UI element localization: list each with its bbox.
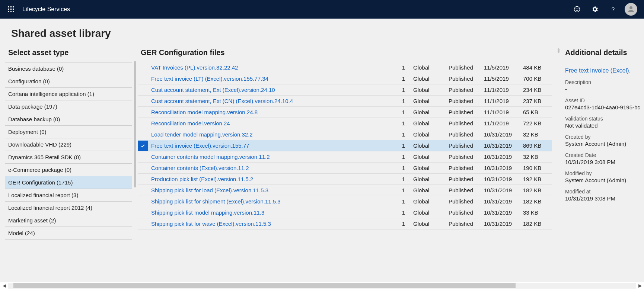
file-status: Published (446, 207, 481, 218)
row-select-cell[interactable] (138, 96, 148, 107)
file-link[interactable]: Free text invoice (Excel).version.155.77 (151, 142, 249, 149)
row-select-cell[interactable] (138, 107, 148, 118)
asset-type-item[interactable]: Marketing asset (2) (5, 214, 132, 227)
asset-type-item[interactable]: e-Commerce package (0) (5, 164, 132, 176)
file-link[interactable]: Load tender model mapping.version.32.2 (151, 131, 253, 138)
row-select-cell[interactable] (138, 140, 148, 151)
file-row[interactable]: Cust account statement, Ext (CN) (Excel)… (138, 96, 552, 107)
asset-type-item[interactable]: GER Configuration (1715) (5, 176, 132, 189)
file-row[interactable]: Container contents model mapping.version… (138, 151, 552, 163)
file-count: 1 (395, 218, 410, 229)
asset-type-item[interactable]: Localized financial report 2012 (4) (5, 202, 132, 214)
asset-type-list[interactable]: Business database (0)Configuration (0)Co… (5, 62, 132, 289)
asset-type-item[interactable]: Database backup (0) (5, 113, 132, 126)
file-row[interactable]: Shipping pick list for wave (Excel).vers… (138, 218, 552, 229)
user-avatar[interactable] (625, 3, 637, 16)
file-row[interactable]: Reconciliation model mapping.version.24.… (138, 107, 552, 118)
feedback-icon[interactable] (568, 6, 586, 13)
file-link[interactable]: Shipping pick list for shipment (Excel).… (151, 198, 281, 205)
row-select-cell[interactable] (138, 174, 148, 185)
row-select-cell[interactable] (138, 185, 148, 196)
asset-type-item[interactable]: Cortana intelligence application (1) (5, 88, 132, 100)
asset-type-item[interactable]: Data package (197) (5, 100, 132, 113)
file-link[interactable]: Shipping pick list for load (Excel).vers… (151, 187, 268, 193)
file-row[interactable]: Production pick list (Excel).version.11.… (138, 174, 552, 185)
details-created-date: Created Date 10/31/2019 3:08 PM (565, 152, 641, 165)
details-asset-name[interactable]: Free text invoice (Excel). (565, 67, 641, 74)
file-link[interactable]: Shipping pick list model mapping.version… (151, 209, 264, 216)
file-count: 1 (395, 151, 410, 163)
svg-rect-1 (10, 6, 12, 7)
file-row[interactable]: Free text invoice (LT) (Excel).version.1… (138, 73, 552, 84)
file-name-cell: Container contents model mapping.version… (148, 151, 395, 163)
svg-point-9 (574, 7, 580, 12)
row-select-cell[interactable] (138, 151, 148, 163)
scroll-thumb[interactable] (13, 283, 516, 288)
file-link[interactable]: VAT Invoices (PL).version.32.22.42 (151, 64, 238, 71)
asset-type-item[interactable]: Localized financial report (3) (5, 189, 132, 202)
asset-type-item[interactable]: Model (24) (5, 227, 132, 240)
asset-type-item[interactable]: Deployment (0) (5, 126, 132, 138)
row-select-cell[interactable] (138, 73, 148, 84)
asset-type-item[interactable]: Configuration (0) (5, 75, 132, 88)
row-select-cell[interactable] (138, 62, 148, 73)
file-date: 11/1/2019 (481, 96, 520, 107)
help-icon[interactable]: ? (604, 6, 622, 13)
asset-type-item[interactable]: Downloadable VHD (229) (5, 138, 132, 151)
file-row[interactable]: Shipping pick list for load (Excel).vers… (138, 185, 552, 196)
file-date: 11/1/2019 (481, 118, 520, 129)
file-link[interactable]: Container contents model mapping.version… (151, 154, 270, 160)
horizontal-scrollbar[interactable]: ◀ ▶ (0, 282, 644, 289)
file-link[interactable]: Free text invoice (LT) (Excel).version.1… (151, 76, 268, 82)
row-select-cell[interactable] (138, 207, 148, 218)
scroll-left-icon[interactable]: ◀ (0, 283, 8, 288)
file-row[interactable]: Shipping pick list model mapping.version… (138, 207, 552, 218)
panel-divider[interactable] (132, 46, 138, 289)
row-select-cell[interactable] (138, 84, 148, 96)
file-link[interactable]: Cust account statement, Ext (CN) (Excel)… (151, 98, 293, 104)
file-link[interactable]: Reconciliation model.version.24 (151, 120, 230, 126)
row-select-cell[interactable] (138, 218, 148, 229)
asset-type-item[interactable]: Business database (0) (5, 62, 132, 75)
file-scope: Global (410, 163, 446, 174)
file-row[interactable]: Load tender model mapping.version.32.21G… (138, 129, 552, 140)
svg-rect-6 (8, 11, 9, 12)
file-status: Published (446, 185, 481, 196)
scroll-track[interactable] (8, 283, 636, 289)
settings-icon[interactable] (586, 6, 604, 13)
file-row[interactable]: Reconciliation model.version.241GlobalPu… (138, 118, 552, 129)
file-row[interactable]: Shipping pick list for shipment (Excel).… (138, 196, 552, 207)
content: Select asset type Business database (0)C… (0, 46, 644, 289)
file-status: Published (446, 84, 481, 96)
scroll-right-icon[interactable]: ▶ (636, 283, 644, 288)
asset-id-label: Asset ID (565, 97, 641, 103)
row-select-cell[interactable] (138, 118, 148, 129)
file-date: 10/31/2019 (481, 218, 520, 229)
file-row[interactable]: VAT Invoices (PL).version.32.22.421Globa… (138, 62, 552, 73)
file-row[interactable]: Free text invoice (Excel).version.155.77… (138, 140, 552, 151)
asset-type-item[interactable]: Dynamics 365 Retail SDK (0) (5, 151, 132, 164)
file-name-cell: Cust account statement, Ext (Excel).vers… (148, 84, 395, 96)
row-select-cell[interactable] (138, 196, 148, 207)
row-select-cell[interactable] (138, 163, 148, 174)
svg-rect-2 (13, 6, 14, 7)
validation-label: Validation status (565, 116, 641, 122)
file-link[interactable]: Cust account statement, Ext (Excel).vers… (151, 87, 275, 93)
file-scope: Global (410, 196, 446, 207)
file-row[interactable]: Container contents (Excel).version.11.21… (138, 163, 552, 174)
files-table-wrap[interactable]: VAT Invoices (PL).version.32.22.421Globa… (138, 62, 552, 289)
file-name-cell: Shipping pick list for shipment (Excel).… (148, 196, 395, 207)
details-panel: Additional details Free text invoice (Ex… (562, 46, 644, 289)
file-row[interactable]: Cust account statement, Ext (Excel).vers… (138, 84, 552, 96)
file-link[interactable]: Reconciliation model mapping.version.24.… (151, 109, 258, 115)
app-title: Lifecycle Services (22, 6, 70, 13)
row-select-cell[interactable] (138, 129, 148, 140)
file-link[interactable]: Container contents (Excel).version.11.2 (151, 165, 249, 171)
file-link[interactable]: Production pick list (Excel).version.11.… (151, 176, 253, 182)
details-divider[interactable] (555, 46, 562, 289)
details-asset-id: Asset ID 027e4cd3-1d40-4aa0-9195-bc (565, 97, 641, 110)
file-link[interactable]: Shipping pick list for wave (Excel).vers… (151, 221, 271, 227)
app-launcher-icon[interactable] (4, 6, 19, 12)
file-date: 11/5/2019 (481, 62, 520, 73)
svg-rect-5 (13, 9, 14, 10)
